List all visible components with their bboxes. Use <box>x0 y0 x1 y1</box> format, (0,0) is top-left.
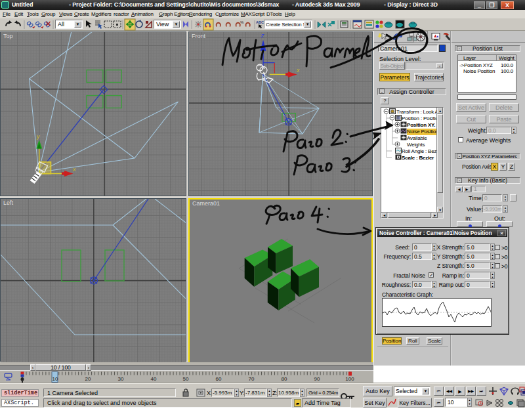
svg-text:80: 80 <box>282 376 287 382</box>
svg-text:0: 0 <box>21 376 24 382</box>
svg-text:x: x <box>296 67 300 74</box>
svg-text:60: 60 <box>216 376 222 382</box>
svg-text:90: 90 <box>314 376 320 382</box>
svg-text:x: x <box>72 166 76 173</box>
svg-text:50: 50 <box>183 376 189 382</box>
svg-text:y: y <box>36 133 40 140</box>
svg-text:10: 10 <box>52 376 58 382</box>
svg-text:70: 70 <box>249 376 255 382</box>
svg-text:30: 30 <box>118 376 124 382</box>
svg-text:%: % <box>240 20 244 24</box>
svg-text:z: z <box>261 32 264 39</box>
svg-text:100: 100 <box>345 376 354 382</box>
svg-text:20: 20 <box>85 376 91 382</box>
svg-text:40: 40 <box>151 376 157 382</box>
svg-text:ABC: ABC <box>256 20 264 24</box>
